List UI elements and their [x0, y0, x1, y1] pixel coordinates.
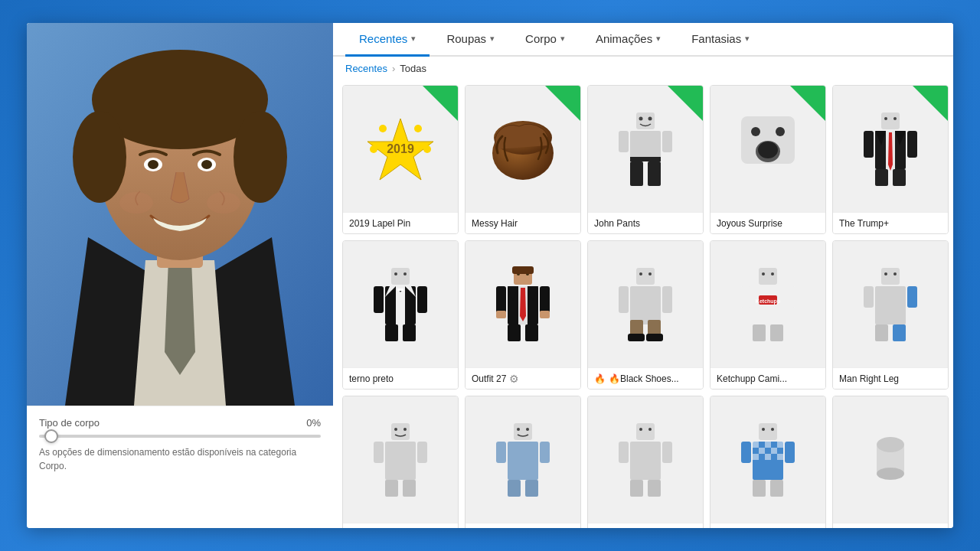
tab-recentes[interactable]: Recentes ▾ — [345, 23, 430, 57]
app-window: Tipo de corpo 0% As opções de dimensiona… — [27, 23, 953, 528]
items-row-2: terno preto — [342, 240, 944, 390]
svg-rect-73 — [496, 311, 506, 318]
chevron-down-icon: ▾ — [656, 34, 661, 44]
list-item[interactable]: Outfit 27 ⚙ — [465, 240, 581, 390]
list-item[interactable]: Ketchupp Ketchupp Cami... — [710, 240, 826, 390]
svg-rect-142 — [741, 442, 751, 463]
item-name — [710, 523, 825, 528]
svg-point-20 — [423, 145, 431, 153]
list-item[interactable]: Joyous Surprise — [710, 85, 826, 234]
item-name: Ketchupp Cami... — [710, 367, 825, 389]
svg-rect-26 — [630, 131, 661, 160]
body-type-desc: As opções de dimensionamento estão dispo… — [39, 445, 321, 473]
slider-thumb[interactable] — [44, 429, 58, 443]
item-name: Outfit 27 ⚙ — [466, 367, 580, 389]
item-name: Joyous Surprise — [710, 212, 825, 233]
svg-rect-55 — [397, 289, 403, 291]
svg-rect-46 — [907, 131, 917, 158]
list-item[interactable]: John Pants — [587, 85, 704, 234]
tab-corpo[interactable]: Corpo ▾ — [511, 23, 579, 57]
breadcrumb-separator: › — [392, 63, 395, 74]
svg-rect-76 — [525, 324, 538, 341]
list-item[interactable]: 2019 2019 Lapel Pin — [342, 85, 459, 234]
svg-rect-100 — [875, 286, 906, 324]
svg-rect-71 — [496, 286, 506, 313]
svg-rect-122 — [636, 423, 655, 440]
svg-point-88 — [762, 272, 765, 276]
svg-rect-139 — [753, 454, 759, 460]
svg-rect-104 — [893, 324, 906, 341]
list-item[interactable] — [832, 396, 949, 528]
svg-rect-140 — [765, 454, 771, 460]
list-item[interactable]: Messy Hair — [465, 85, 581, 234]
svg-rect-72 — [540, 286, 550, 313]
svg-rect-85 — [628, 334, 645, 341]
list-item[interactable] — [710, 396, 826, 528]
item-name — [833, 523, 948, 528]
svg-point-36 — [758, 142, 778, 158]
svg-rect-114 — [514, 423, 532, 440]
item-image — [588, 241, 703, 367]
list-item[interactable] — [587, 396, 704, 528]
breadcrumb-current: Todas — [400, 63, 426, 74]
svg-point-17 — [379, 125, 387, 132]
item-image: 2019 — [343, 86, 458, 212]
svg-rect-82 — [662, 286, 672, 313]
body-type-label: Tipo de corpo — [39, 417, 100, 429]
list-item[interactable] — [342, 396, 459, 528]
item-name: John Pants — [588, 212, 703, 233]
svg-rect-134 — [753, 442, 759, 448]
svg-rect-90 — [753, 286, 783, 324]
svg-rect-28 — [630, 161, 643, 186]
item-image — [466, 396, 580, 523]
breadcrumb: Recentes › Todas — [333, 57, 953, 80]
svg-rect-118 — [496, 442, 506, 463]
person-svg — [27, 23, 333, 406]
svg-rect-111 — [417, 442, 427, 463]
svg-rect-130 — [759, 423, 777, 440]
breadcrumb-parent[interactable]: Recentes — [345, 63, 387, 74]
svg-rect-137 — [759, 448, 765, 454]
item-image — [833, 396, 948, 523]
item-name: The Trump+ — [833, 212, 948, 233]
list-item[interactable]: terno preto — [342, 240, 459, 390]
svg-rect-109 — [385, 442, 416, 480]
svg-rect-141 — [777, 454, 783, 460]
green-corner-badge — [790, 86, 825, 121]
tab-fantasias[interactable]: Fantasias ▾ — [678, 23, 763, 57]
svg-rect-121 — [525, 480, 538, 497]
svg-marker-68 — [520, 288, 526, 321]
svg-rect-96 — [770, 324, 783, 341]
left-panel: Tipo de corpo 0% As opções de dimensiona… — [27, 23, 333, 528]
item-image — [343, 396, 458, 523]
svg-rect-95 — [753, 324, 766, 341]
item-name: Messy Hair — [466, 212, 580, 233]
svg-rect-110 — [374, 442, 384, 463]
list-item[interactable] — [465, 396, 581, 528]
svg-rect-29 — [648, 161, 661, 186]
tab-animacoes[interactable]: Animações ▾ — [582, 23, 675, 57]
avatar-photo — [27, 23, 333, 406]
svg-point-147 — [877, 437, 904, 452]
svg-rect-125 — [630, 442, 661, 480]
svg-rect-145 — [770, 480, 783, 497]
svg-rect-128 — [630, 480, 643, 497]
svg-rect-74 — [540, 311, 550, 318]
svg-text:2019: 2019 — [387, 142, 414, 155]
list-item[interactable]: Man Right Leg — [832, 240, 949, 390]
svg-rect-37 — [881, 112, 900, 129]
svg-point-12 — [201, 160, 212, 169]
list-item[interactable]: The Trump+ — [832, 85, 949, 234]
item-image — [588, 86, 703, 212]
svg-rect-113 — [403, 480, 416, 497]
svg-marker-42 — [888, 132, 893, 171]
item-name: 2019 Lapel Pin — [343, 212, 458, 233]
svg-rect-94 — [785, 286, 795, 308]
svg-rect-23 — [636, 112, 655, 129]
item-image — [710, 86, 825, 212]
list-item[interactable]: 🔥 🔥Black Shoes... — [587, 240, 704, 390]
svg-point-19 — [370, 145, 377, 153]
tab-roupas[interactable]: Roupas ▾ — [433, 23, 508, 57]
svg-point-33 — [751, 127, 760, 136]
body-type-slider[interactable] — [39, 435, 321, 438]
